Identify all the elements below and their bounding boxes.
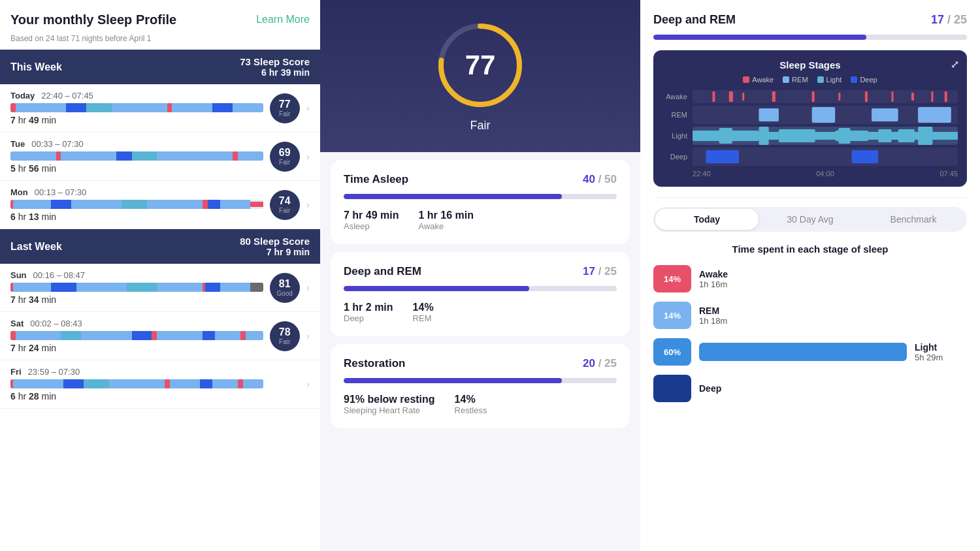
- right-progress-bg: [653, 35, 967, 40]
- svg-rect-29: [706, 150, 739, 163]
- svg-rect-15: [872, 108, 898, 121]
- progress-bg-restoration: [344, 378, 617, 383]
- progress-fill-restoration: [344, 378, 562, 383]
- stages-legend: Awake REM Light Deep: [662, 76, 958, 84]
- day-duration-today: 7 hr 49 min: [10, 115, 263, 125]
- score-label: Fair: [470, 119, 491, 133]
- day-info-today: Today 22:40 – 07:45 7 hr 49 min: [10, 91, 263, 125]
- sleep-bar-mon: [10, 200, 263, 209]
- breakdown-row-deep: Deep: [653, 375, 967, 402]
- svg-rect-26: [838, 128, 850, 144]
- stage-row-deep: Deep: [662, 148, 958, 166]
- metric-score-restoration: 20 / 25: [583, 357, 617, 370]
- breakdown-pct-deep: [653, 375, 691, 402]
- stages-rows: Awake: [662, 90, 958, 166]
- stage-track-rem: [693, 106, 958, 124]
- progress-bg-time-asleep: [344, 194, 617, 199]
- stage-row-awake: Awake: [662, 90, 958, 103]
- metric-score-time-asleep: 40 / 50: [583, 173, 617, 186]
- score-badge-mon: 74 Fair: [270, 190, 300, 220]
- metric-card-restoration: Restoration 20 / 25 91% below resting Sl…: [331, 344, 630, 428]
- sleep-stages-chart: Sleep Stages Awake REM Light Deep ⤢: [653, 50, 967, 187]
- breakdown-pct-light: 60%: [653, 338, 691, 366]
- subtitle: Based on 24 last 71 nights before April …: [0, 34, 320, 50]
- right-header: Deep and REM 17 / 25: [653, 13, 967, 27]
- day-row-fri[interactable]: Fri 23:59 – 07:30 6 hr 28 min ›: [0, 360, 320, 409]
- last-week-score: 80 Sleep Score 7 hr 9 min: [240, 236, 310, 257]
- svg-rect-22: [693, 132, 958, 140]
- tabs-row: Today 30 Day Avg Benchmark: [653, 207, 967, 232]
- stage-row-light: Light: [662, 127, 958, 145]
- svg-rect-12: [945, 91, 947, 102]
- metric-details-time-asleep: 7 hr 49 min Asleep 1 hr 16 min Awake: [344, 210, 617, 231]
- day-name-time: Today 22:40 – 07:45: [10, 91, 263, 101]
- svg-rect-3: [729, 91, 733, 102]
- breakdown-row-awake: 14% Awake 1h 16m: [653, 265, 967, 292]
- day-row-sun[interactable]: Sun 00:16 – 08:47 7 hr 34 min 81 Good: [0, 264, 320, 312]
- day-row-sat[interactable]: Sat 00:02 – 08:43 7 hr 24 min 78: [0, 312, 320, 360]
- tab-today[interactable]: Today: [655, 209, 759, 230]
- day-row-mon[interactable]: Mon 00:13 – 07:30 6 hr 13 min 74 Fair: [0, 181, 320, 229]
- progress-bg-deep-rem: [344, 286, 617, 291]
- breakdown-row-light: 60% Light 5h 29m: [653, 338, 967, 366]
- metric-score-deep-rem: 17 / 25: [583, 265, 617, 278]
- sleep-bar-sun: [10, 283, 263, 292]
- center-panel: 77 Fair Time Asleep 40 / 50 7 hr 49 min …: [320, 0, 640, 551]
- stage-track-light: [693, 127, 958, 145]
- score-badge-sat: 78 Fair: [270, 321, 300, 351]
- metric-details-restoration: 91% below resting Sleeping Heart Rate 14…: [344, 394, 617, 415]
- chevron-icon-sun: ›: [306, 282, 310, 294]
- metric-title-restoration: Restoration: [344, 357, 405, 370]
- svg-rect-27: [878, 129, 891, 142]
- svg-rect-2: [712, 91, 715, 102]
- tab-30day[interactable]: 30 Day Avg: [759, 209, 862, 230]
- chart-times: 22:40 04:00 07:45: [662, 170, 958, 178]
- progress-fill-deep-rem: [344, 286, 529, 291]
- stage-track-deep: [693, 148, 958, 166]
- svg-rect-25: [798, 129, 815, 142]
- svg-rect-6: [812, 91, 815, 102]
- svg-rect-7: [838, 93, 840, 101]
- breakdown-pct-awake: 14%: [653, 265, 691, 292]
- tab-benchmark[interactable]: Benchmark: [862, 209, 965, 230]
- last-week-title: Last Week: [10, 241, 62, 253]
- svg-rect-4: [742, 93, 744, 101]
- metric-details-deep-rem: 1 hr 2 min Deep 14% REM: [344, 302, 617, 323]
- score-badge-tue: 69 Fair: [270, 142, 300, 172]
- svg-rect-13: [759, 108, 779, 121]
- day-row-tue[interactable]: Tue 00:33 – 07:30 5 hr 56 min 69 Fair ›: [0, 133, 320, 181]
- divider: [653, 197, 967, 198]
- svg-rect-23: [719, 128, 732, 144]
- expand-icon[interactable]: ⤢: [951, 58, 959, 71]
- svg-rect-30: [852, 150, 879, 163]
- chevron-icon-tue: ›: [306, 151, 310, 163]
- svg-rect-8: [865, 91, 868, 102]
- svg-rect-16: [918, 107, 951, 123]
- legend-dot-rem: [783, 76, 789, 83]
- learn-more-link[interactable]: Learn More: [256, 12, 310, 25]
- metric-title-time-asleep: Time Asleep: [344, 173, 408, 186]
- metric-card-deep-rem: Deep and REM 17 / 25 1 hr 2 min Deep 14%…: [331, 252, 630, 336]
- legend-light: Light: [817, 76, 842, 84]
- metric-title-deep-rem: Deep and REM: [344, 265, 421, 278]
- legend-dot-light: [817, 76, 824, 83]
- svg-rect-11: [931, 91, 933, 102]
- day-row-today[interactable]: Today 22:40 – 07:45 7 hr 49 min 77 Fair: [0, 84, 320, 133]
- legend-dot-deep: [851, 76, 857, 83]
- left-panel: Your monthly Sleep Profile Learn More Ba…: [0, 0, 320, 551]
- this-week-score: 73 Sleep Score 6 hr 39 min: [240, 56, 310, 78]
- last-week-header: Last Week 80 Sleep Score 7 hr 9 min: [0, 229, 320, 264]
- breakdown-bar-light: [699, 343, 907, 361]
- right-progress-fill: [653, 35, 866, 40]
- this-week-header: This Week 73 Sleep Score 6 hr 39 min: [0, 50, 320, 84]
- page-title: Your monthly Sleep Profile: [10, 12, 176, 27]
- stage-row-rem: REM: [662, 106, 958, 124]
- legend-dot-awake: [743, 76, 749, 83]
- svg-rect-5: [772, 91, 776, 102]
- svg-rect-9: [892, 91, 894, 102]
- score-badge-today: 77 Fair: [270, 93, 300, 123]
- metric-card-time-asleep: Time Asleep 40 / 50 7 hr 49 min Asleep 1…: [331, 160, 630, 244]
- score-number: 77: [465, 52, 496, 79]
- right-title: Deep and REM: [653, 13, 736, 27]
- legend-deep: Deep: [851, 76, 877, 84]
